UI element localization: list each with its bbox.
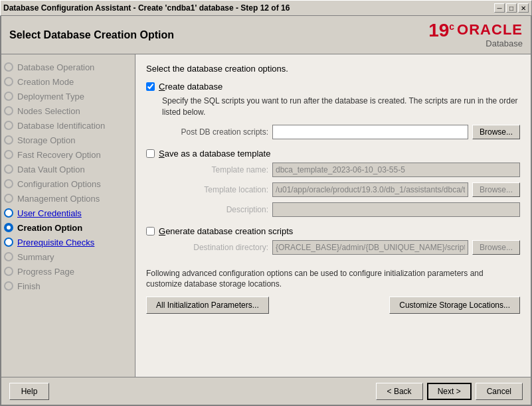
sidebar-label-data-vault: Data Vault Option — [17, 165, 85, 174]
dest-dir-label: Destination directory: — [162, 243, 268, 252]
generate-scripts-row: Generate database creation scripts — [146, 226, 520, 236]
maximize-button[interactable]: □ — [506, 3, 517, 13]
sidebar-label-user-credentials: User Credentials — [17, 208, 82, 218]
generate-scripts-option: Generate database creation scripts Desti… — [146, 226, 520, 255]
customize-storage-button[interactable]: Customize Storage Locations... — [389, 297, 520, 314]
description-row: Description: — [162, 202, 520, 217]
step-dot-management-options — [4, 194, 13, 203]
step-dot-progress-page — [4, 267, 13, 276]
step-dot-database-identification — [4, 121, 13, 130]
step-dot-finish — [4, 281, 13, 291]
create-database-checkbox[interactable] — [146, 82, 155, 91]
template-location-row: Template location: Browse... — [162, 182, 520, 197]
step-dot-prerequisite-checks — [4, 237, 13, 247]
sidebar-label-progress-page: Progress Page — [17, 267, 74, 277]
sidebar-item-finish: Finish — [1, 279, 135, 293]
step-dot-creation-option — [4, 223, 13, 232]
back-button[interactable]: < Back — [376, 383, 423, 400]
template-name-row: Template name: — [162, 163, 520, 177]
help-button[interactable]: Help — [9, 383, 49, 400]
save-template-option: Save as a database template Template nam… — [146, 149, 520, 217]
save-template-row: Save as a database template — [146, 149, 520, 159]
oracle-logo-top: 19c ORACLE — [428, 21, 523, 40]
title-bar: Database Configuration Assistant - Creat… — [0, 0, 532, 16]
footer-right: < Back Next > Cancel — [376, 383, 523, 400]
create-database-label[interactable]: Create database — [159, 82, 222, 92]
sidebar-label-management-options: Management Options — [17, 194, 100, 204]
description-input — [272, 202, 520, 217]
sidebar-item-deployment-type: Deployment Type — [1, 89, 135, 103]
template-name-input — [272, 163, 520, 177]
sidebar-label-creation-mode: Creation Mode — [17, 77, 74, 87]
cancel-button[interactable]: Cancel — [476, 383, 523, 400]
sidebar-item-database-operation: Database Operation — [1, 60, 135, 74]
step-dot-fast-recovery — [4, 150, 13, 159]
sidebar-label-database-operation: Database Operation — [17, 62, 94, 72]
sidebar-item-summary: Summary — [1, 249, 135, 264]
post-db-browse-button[interactable]: Browse... — [472, 125, 520, 139]
main-panel: Select the database creation options. Cr… — [135, 54, 531, 377]
oracle-logo: 19c ORACLE Database — [428, 21, 523, 48]
create-database-row: Create database — [146, 82, 520, 92]
oracle-version: 19c — [428, 21, 454, 40]
footer: Help < Back Next > Cancel — [1, 377, 531, 405]
description-label: Description: — [162, 205, 268, 214]
save-template-label[interactable]: Save as a database template — [159, 149, 270, 159]
minimize-button[interactable]: ─ — [494, 3, 505, 13]
sidebar-item-database-identification: Database Identification — [1, 118, 135, 133]
sidebar-label-creation-option: Creation Option — [17, 223, 82, 233]
footer-left: Help — [9, 383, 49, 400]
dest-dir-row: Destination directory: Browse... — [162, 240, 520, 255]
template-location-input — [272, 182, 468, 197]
generate-scripts-checkbox[interactable] — [146, 227, 155, 236]
template-location-label: Template location: — [162, 185, 268, 194]
section-title: Select the database creation options. — [146, 64, 520, 74]
main-window: Select Database Creation Option 19c ORAC… — [0, 16, 532, 406]
dest-dir-browse-button: Browse... — [472, 240, 520, 255]
header: Select Database Creation Option 19c ORAC… — [1, 16, 531, 54]
sidebar-item-storage-option: Storage Option — [1, 133, 135, 147]
step-dot-database-operation — [4, 62, 13, 72]
save-template-indented: Template name: Template location: Browse… — [162, 163, 520, 217]
generate-scripts-indented: Destination directory: Browse... — [162, 240, 520, 255]
post-db-input[interactable] — [272, 125, 468, 139]
sidebar-label-storage-option: Storage Option — [17, 135, 75, 145]
step-dot-storage-option — [4, 135, 13, 145]
sidebar: Database Operation Creation Mode Deploym… — [1, 54, 135, 377]
step-dot-user-credentials — [4, 208, 13, 218]
advanced-buttons-row: All Initialization Parameters... Customi… — [146, 297, 520, 314]
content-area: Database Operation Creation Mode Deploym… — [1, 54, 531, 377]
step-dot-summary — [4, 252, 13, 261]
sidebar-label-database-identification: Database Identification — [17, 121, 105, 131]
sidebar-item-creation-mode: Creation Mode — [1, 74, 135, 89]
post-db-label: Post DB creation scripts: — [162, 127, 268, 137]
sidebar-item-data-vault: Data Vault Option — [1, 162, 135, 176]
sidebar-item-progress-page: Progress Page — [1, 264, 135, 279]
init-params-button[interactable]: All Initialization Parameters... — [146, 297, 269, 314]
sidebar-item-nodes-selection: Nodes Selection — [1, 103, 135, 118]
sidebar-label-summary: Summary — [17, 252, 54, 262]
sidebar-label-deployment-type: Deployment Type — [17, 92, 84, 102]
save-template-checkbox[interactable] — [146, 149, 155, 158]
oracle-name: ORACLE — [457, 21, 523, 38]
step-dot-deployment-type — [4, 92, 13, 101]
generate-scripts-label[interactable]: Generate database creation scripts — [159, 226, 293, 236]
advanced-text: Following advanced configuration options… — [146, 268, 520, 291]
step-dot-data-vault — [4, 165, 13, 174]
step-dot-nodes-selection — [4, 106, 13, 115]
title-bar-buttons: ─ □ ✕ — [494, 3, 529, 13]
sidebar-item-user-credentials[interactable]: User Credentials — [1, 206, 135, 220]
sidebar-label-prerequisite-checks: Prerequisite Checks — [17, 237, 94, 247]
page-title: Select Database Creation Option — [9, 29, 174, 41]
template-name-label: Template name: — [162, 165, 268, 174]
sidebar-item-fast-recovery: Fast Recovery Option — [1, 147, 135, 162]
sidebar-label-configuration-options: Configuration Options — [17, 179, 101, 189]
create-database-option: Create database Specify the SQL scripts … — [146, 82, 520, 139]
close-button[interactable]: ✕ — [518, 3, 529, 13]
sidebar-label-nodes-selection: Nodes Selection — [17, 106, 80, 116]
next-button[interactable]: Next > — [427, 383, 472, 400]
title-bar-text: Database Configuration Assistant - Creat… — [3, 3, 290, 13]
sidebar-item-prerequisite-checks[interactable]: Prerequisite Checks — [1, 235, 135, 249]
sidebar-item-creation-option: Creation Option — [1, 220, 135, 235]
create-database-indented: Specify the SQL scripts you want to run … — [162, 96, 520, 139]
